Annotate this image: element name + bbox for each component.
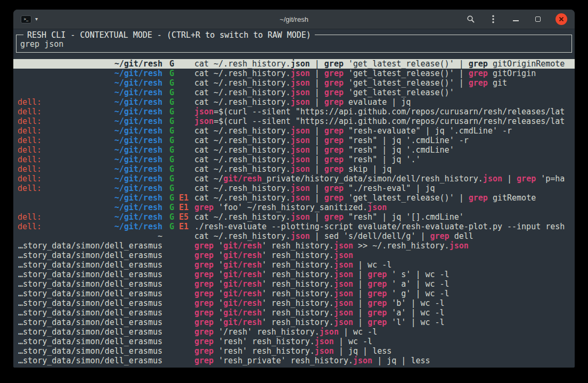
command-fragment: cat ~/.resh_history. — [194, 97, 291, 107]
history-row[interactable]: dell:~/git/reshGcat ~/.resh_history.json… — [13, 164, 575, 174]
row-context: …story_data/simon/dell_erasmus — [18, 251, 162, 260]
directory-label: ~/git/resh — [115, 126, 162, 136]
directory-label: ~/git/resh — [115, 155, 162, 164]
command-fragment: cat ~/.resh_history. — [194, 184, 291, 193]
match-highlight: json — [334, 260, 353, 270]
menu-button[interactable] — [488, 14, 498, 24]
titlebar-controls — [466, 13, 567, 25]
flags — [162, 289, 194, 298]
history-row[interactable]: …story_data/simon/dell_erasmusgrep 'git/… — [13, 260, 575, 270]
history-row[interactable]: dell:~/git/reshGjson=$(curl --silent "ht… — [13, 116, 575, 126]
command-text: cat ~/.resh_history.json | grep skip | j… — [194, 164, 575, 174]
command-fragment: | — [310, 184, 324, 193]
minimize-button[interactable] — [511, 14, 520, 24]
directory-label: ~/git/resh — [115, 222, 162, 231]
match-highlight: grep — [194, 260, 214, 270]
match-highlight: grep — [324, 78, 344, 88]
history-row[interactable]: …story_data/simon/dell_erasmusgrep 'git/… — [13, 289, 575, 298]
history-row[interactable]: …story_data/simon/dell_erasmusgrep 'git/… — [13, 251, 575, 260]
directory-label: …story_data/simon/dell_erasmus — [18, 279, 162, 289]
history-row[interactable]: dell:~/git/reshGcat ~/.resh_history.json… — [13, 155, 575, 164]
command-fragment: "resh-evaluate" | jq '.cmdLine' -r — [344, 126, 512, 136]
command-text: json=$(curl --silent "https://api.github… — [194, 116, 575, 126]
minimize-icon — [513, 20, 519, 21]
command-fragment: ' — [214, 308, 223, 318]
flags — [162, 251, 194, 260]
match-highlight: json — [334, 308, 353, 318]
command-fragment: | — [310, 145, 324, 155]
command-fragment: 'get_latest_release()' | — [344, 78, 469, 88]
command-fragment: | — [310, 88, 324, 97]
history-row[interactable]: …story_data/simon/dell_erasmusgrep 'git/… — [13, 279, 575, 289]
command-fragment: ' — [214, 260, 223, 270]
history-row[interactable]: …story_data/simon/dell_erasmusgrep 'git/… — [13, 298, 575, 308]
window-menu-button[interactable]: >_ ▾ — [21, 15, 38, 23]
history-row[interactable]: ~/git/reshGcat ~/.resh_history.json | gr… — [13, 78, 575, 88]
git-flag: G — [169, 203, 174, 212]
git-flag: G — [169, 107, 174, 116]
host-label: dell: — [18, 174, 42, 184]
history-row[interactable]: …story_data/simon/dell_erasmusgrep 'git/… — [13, 318, 575, 327]
search-query-input[interactable]: grep json — [20, 39, 568, 49]
command-text: cat ~/.resh_history.json | grep evaluate… — [194, 97, 575, 107]
command-fragment: 'a' | wc -l — [387, 308, 444, 318]
history-row[interactable]: dell:~/git/reshGcat ~/.resh_history.json… — [13, 136, 575, 145]
command-fragment: cat ~/.resh_history. — [194, 78, 291, 88]
row-context: dell:~/git/resh — [18, 155, 162, 164]
command-fragment: 'foo' ~/resh_history_sanitized. — [214, 203, 368, 212]
history-row[interactable]: …story_data/simon/dell_erasmusgrep 'git/… — [13, 241, 575, 251]
exit-status-flag: E1 — [179, 222, 189, 231]
history-row[interactable]: ~cat ~/.resh_history.json | sed 's/dell/… — [13, 231, 575, 241]
directory-label: …story_data/simon/dell_erasmus — [18, 270, 162, 279]
flags: G — [162, 174, 194, 184]
history-row[interactable]: …story_data/simon/dell_erasmusgrep '/res… — [13, 327, 575, 337]
history-row[interactable]: …story_data/simon/dell_erasmusgrep 'resh… — [13, 346, 575, 356]
history-row[interactable]: ~/git/reshG E1cat ~/.resh_history.json |… — [13, 193, 575, 203]
command-fragment: cat ~/.resh_history. — [194, 164, 291, 174]
row-context: ~/git/resh — [18, 78, 162, 88]
history-row[interactable]: dell:~/git/reshGcat ~/.resh_history.json… — [13, 126, 575, 136]
row-context: dell:~/git/resh — [18, 97, 162, 107]
directory-label: ~/git/resh — [115, 97, 162, 107]
match-highlight: json — [291, 231, 310, 241]
match-highlight: grep — [324, 126, 344, 136]
close-button[interactable] — [556, 13, 567, 25]
resh-search-box: RESH CLI - CONTEXTUAL MODE - (CTRL+R to … — [16, 35, 572, 53]
restore-button[interactable] — [533, 14, 543, 24]
command-text: grep 'git/resh' resh_history.json | grep… — [194, 279, 575, 289]
history-row[interactable]: dell:~/git/reshGcat ~/.resh_history.json… — [13, 97, 575, 107]
command-fragment: 'resh_private' resh_history. — [214, 356, 353, 365]
row-context: dell:~/git/resh — [18, 145, 162, 155]
history-row[interactable]: …story_data/simon/dell_erasmusgrep 'git/… — [13, 270, 575, 279]
history-row[interactable]: dell:~/git/reshG E1./resh-evaluate --plo… — [13, 222, 575, 231]
history-row[interactable]: ~/git/reshG E1grep 'foo' ~/resh_history_… — [13, 203, 575, 212]
history-row[interactable]: ~/git/reshGcat ~/.resh_history.json | gr… — [13, 69, 575, 78]
history-row[interactable]: dell:~/git/reshGcat ~/.resh_history.json… — [13, 145, 575, 155]
history-row[interactable]: dell:~/git/reshGjson=$(curl --silent "ht… — [13, 107, 575, 116]
history-row[interactable]: dell:~/git/reshG E5cat ~/.resh_history.j… — [13, 212, 575, 222]
history-row[interactable]: …story_data/simon/dell_erasmusgrep 'resh… — [13, 337, 575, 346]
history-row[interactable]: dell:~/git/reshGcat ~/git/resh_private/h… — [13, 174, 575, 184]
command-fragment: cat ~/.resh_history. — [194, 145, 291, 155]
history-row[interactable]: ~/git/reshGcat ~/.resh_history.json | gr… — [13, 59, 575, 69]
match-highlight: grep — [324, 184, 344, 193]
command-fragment: gitOrigin — [488, 69, 536, 78]
match-highlight: git/resh — [223, 241, 262, 251]
command-fragment: evaluate | jq — [344, 97, 411, 107]
match-highlight: grep — [194, 356, 214, 365]
command-text: grep 'resh' resh_history.json | jq | les… — [194, 346, 575, 356]
match-highlight: json — [353, 356, 372, 365]
command-fragment: | — [353, 308, 368, 318]
flags — [162, 337, 194, 346]
history-row[interactable]: dell:~/git/reshGcat ~/.resh_history.json… — [13, 184, 575, 193]
match-highlight: json — [334, 298, 353, 308]
history-row[interactable]: …story_data/simon/dell_erasmusgrep 'git/… — [13, 308, 575, 318]
match-highlight: json — [291, 164, 310, 174]
command-text: cat ~/.resh_history.json | grep "resh" |… — [194, 212, 575, 222]
search-button[interactable] — [466, 14, 476, 24]
history-row[interactable]: ~/git/reshGcat ~/.resh_history.json | gr… — [13, 88, 575, 97]
directory-label: …story_data/simon/dell_erasmus — [18, 241, 162, 251]
git-flag: G — [169, 116, 174, 126]
history-row[interactable]: …story_data/simon/dell_erasmusgrep 'resh… — [13, 356, 575, 365]
command-fragment: dell — [450, 231, 473, 241]
